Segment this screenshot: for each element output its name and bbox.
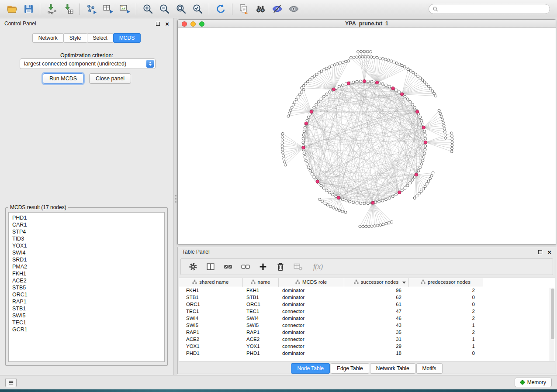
criterion-dropdown[interactable]: largest connected component (undirected) [20,58,156,69]
function-icon: f(x) [313,263,323,271]
sort-dropdown-icon[interactable] [402,282,406,284]
mcds-result-item[interactable]: STB5 [9,284,164,291]
mcds-result-item[interactable]: FKH1 [9,270,164,277]
table-cell: RAP1 [242,329,278,336]
tab-select[interactable]: Select [87,33,114,43]
find-button[interactable] [252,2,269,16]
zoom-selected-icon [192,3,203,14]
mcds-result-item[interactable]: SWI4 [9,249,164,256]
mcds-result-item[interactable]: TEC1 [9,319,164,326]
show-all-button[interactable] [285,2,302,16]
tab-mcds[interactable]: MCDS [113,33,141,43]
search-input[interactable] [441,6,546,12]
refresh-icon [215,3,226,14]
select-all-button[interactable] [221,260,235,273]
table-cell: 31 [344,336,408,343]
task-history-button[interactable] [5,378,17,387]
mcds-result-item[interactable]: PMA2 [9,263,164,270]
mcds-result-item[interactable]: PHD1 [9,214,164,221]
mcds-result-item[interactable]: SWI5 [9,312,164,319]
tab-edge-table[interactable]: Edge Table [331,363,369,374]
table-cell: 61 [344,301,408,308]
table-row[interactable]: ORC1ORC1dominator610 [179,301,483,308]
deselect-all-button[interactable] [239,260,253,273]
open-folder-button[interactable] [3,2,20,16]
mcds-result-item[interactable]: YOX1 [9,242,164,249]
splitter-handle-icon [175,195,176,206]
network-window-titlebar[interactable]: YPA_prune.txt_1 [178,20,556,28]
memory-button[interactable]: Memory [515,378,552,387]
table-row[interactable]: SWI4SWI4dominator462 [179,315,483,322]
export-network-button[interactable] [83,2,100,16]
zoom-in-button[interactable] [139,2,156,16]
column-header-mcds-role[interactable]: MCDS role [278,278,344,287]
mcds-result-list[interactable]: PHD1CAR1STP4TID3YOX1SWI4SRD1PMA2FKH1ACE2… [8,212,165,362]
run-mcds-button[interactable]: Run MCDS [43,73,83,84]
copy-document-button[interactable] [235,2,252,16]
zoom-out-button[interactable] [156,2,173,16]
network-graph[interactable] [178,28,556,244]
table-row[interactable]: ACE2ACE2connector311 [179,336,483,343]
hide-selected-button[interactable] [269,2,285,16]
status-bar: Memory [0,375,557,389]
columns-button[interactable] [204,260,218,273]
close-window-button[interactable] [182,21,187,27]
panel-splitter[interactable] [174,18,177,375]
table-cell: SWI5 [242,322,278,329]
main-toolbar [0,0,557,18]
table-scrollbar-thumb[interactable] [551,289,554,339]
delete-row-icon [276,262,285,272]
table-scrollbar [550,288,554,361]
add-row-button[interactable] [256,260,270,273]
zoom-selected-button[interactable] [189,2,206,16]
mcds-result-item[interactable]: ACE2 [9,277,164,284]
table-cell: dominator [278,301,344,308]
float-table-panel-icon[interactable] [538,250,542,254]
tab-style[interactable]: Style [63,33,87,43]
import-table-button[interactable] [60,2,76,16]
table-row[interactable]: RAP1RAP1dominator352 [179,329,483,336]
import-network-button[interactable] [43,2,60,16]
mcds-result-item[interactable]: GCR1 [9,326,164,333]
close-panel-button[interactable]: Close panel [89,73,131,84]
close-panel-icon[interactable]: × [165,21,169,27]
table-row[interactable]: PHD1PHD1dominator180 [179,350,483,357]
copy-document-icon [239,3,249,14]
column-header-successor-nodes[interactable]: successor nodes [344,278,408,287]
refresh-button[interactable] [212,2,229,16]
minimize-window-button[interactable] [190,21,196,27]
table-header-row: shared name name MCDS role successor nod… [179,278,483,287]
gear-button[interactable] [186,260,200,273]
table-row[interactable]: FKH1FKH1dominator962 [179,287,483,294]
float-panel-icon[interactable] [156,22,160,26]
save-button[interactable] [20,2,37,16]
column-header-shared-name[interactable]: shared name [179,278,242,287]
delete-row-button[interactable] [273,260,287,273]
mcds-result-item[interactable]: STB1 [9,305,164,312]
export-image-button[interactable] [116,2,133,16]
tab-motifs[interactable]: Motifs [416,363,443,374]
export-table-button[interactable] [100,2,116,16]
table-row[interactable]: STB1STB1dominator620 [179,294,483,301]
tab-network[interactable]: Network [32,33,64,43]
table-row[interactable]: SWI5SWI5connector431 [179,322,483,329]
table-row[interactable]: TEC1TEC1connector472 [179,308,483,315]
mcds-result-item[interactable]: STP4 [9,228,164,235]
mcds-result-item[interactable]: ORC1 [9,291,164,298]
mcds-result-item[interactable]: CAR1 [9,221,164,228]
zoom-fit-button[interactable] [173,2,189,16]
mcds-result-item[interactable]: TID3 [9,235,164,242]
column-header-predecessor-nodes[interactable]: predecessor nodes [408,278,483,287]
tab-network-table[interactable]: Network Table [370,363,415,374]
mcds-result-item[interactable]: RAP1 [9,298,164,305]
table-cell: PHD1 [242,350,278,357]
mcds-result-item[interactable]: SRD1 [9,256,164,263]
zoom-window-button[interactable] [199,21,204,27]
tab-node-table[interactable]: Node Table [291,363,330,374]
network-canvas[interactable] [178,28,556,244]
table-row[interactable]: YOX1YOX1connector291 [179,343,483,350]
close-table-panel-icon[interactable]: × [547,249,551,255]
clear-table-button[interactable] [291,260,305,273]
function-button[interactable]: f(x) [308,260,328,273]
column-header-name[interactable]: name [242,278,278,287]
